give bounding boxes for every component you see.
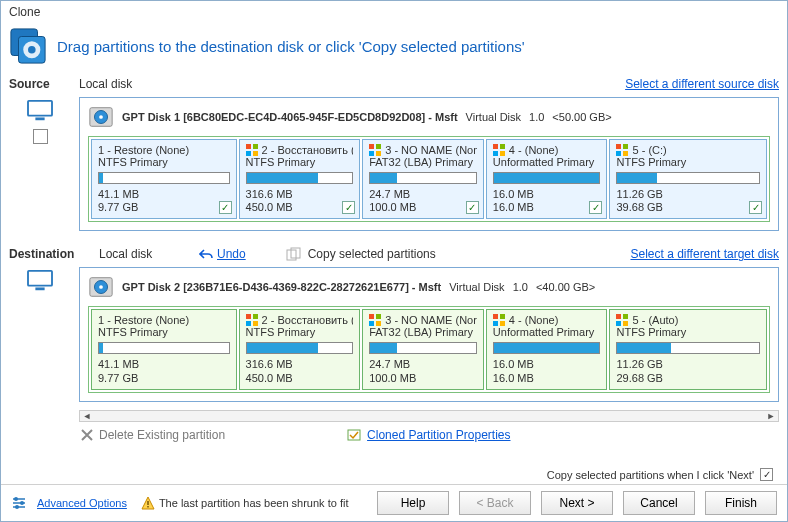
partition[interactable]: 4 - (None)Unformatted Primary16.0 MB16.0… <box>486 139 608 219</box>
partition[interactable]: 3 - NO NAME (NonFAT32 (LBA) Primary24.7 … <box>362 139 484 219</box>
header-text: Drag partitions to the destination disk … <box>57 38 525 55</box>
delete-partition-button[interactable]: Delete Existing partition <box>81 428 225 442</box>
dest-scrollbar[interactable]: ◄ ► <box>79 410 779 422</box>
delete-partition-label: Delete Existing partition <box>99 428 225 442</box>
partition-fs: NTFS Primary <box>616 156 760 168</box>
partition-title: 2 - Восстановить (Non <box>246 144 354 156</box>
svg-rect-13 <box>369 144 374 149</box>
undo-label: Undo <box>217 247 246 261</box>
partition-checkbox[interactable]: ✓ <box>749 201 762 214</box>
svg-rect-53 <box>147 506 148 508</box>
partition-title: 1 - Restore (None) <box>98 144 230 156</box>
svg-rect-41 <box>500 314 505 319</box>
partition[interactable]: 2 - Восстановить (NorNTFS Primary316.6 M… <box>239 309 361 389</box>
x-icon <box>81 429 93 441</box>
select-source-link[interactable]: Select a different source disk <box>625 77 779 91</box>
svg-rect-52 <box>147 501 148 505</box>
source-select-all-checkbox[interactable] <box>33 129 48 144</box>
partition-sizes: 24.7 MB100.0 MB <box>369 188 477 214</box>
undo-button[interactable]: Undo <box>199 247 246 261</box>
partition-usage-bar <box>98 342 230 354</box>
partition-fs: NTFS Primary <box>98 156 230 168</box>
source-bar: Source Local disk Select a different sou… <box>1 75 787 93</box>
dest-disk-type: Virtual Disk <box>449 281 504 293</box>
footer: Advanced Options The last partition has … <box>1 484 787 521</box>
partition-sizes: 41.1 MB9.77 GB <box>98 358 230 384</box>
partition[interactable]: 5 - (C:)NTFS Primary11.26 GB39.68 GB✓ <box>609 139 767 219</box>
svg-point-8 <box>99 115 103 119</box>
cancel-button[interactable]: Cancel <box>623 491 695 515</box>
dest-label: Destination <box>9 247 99 261</box>
partition-usage-bar <box>493 172 601 184</box>
help-button[interactable]: Help <box>377 491 449 515</box>
svg-point-50 <box>20 501 24 505</box>
svg-point-51 <box>15 505 19 509</box>
partition-checkbox[interactable]: ✓ <box>342 201 355 214</box>
partition-fs: FAT32 (LBA) Primary <box>369 156 477 168</box>
cloned-properties-button[interactable]: Cloned Partition Properties <box>347 428 510 442</box>
svg-rect-17 <box>493 144 498 149</box>
partition-fs: NTFS Primary <box>616 326 760 338</box>
dest-disk-header: GPT Disk 2 [236B71E6-D436-4369-822C-2827… <box>88 274 770 300</box>
dest-area: GPT Disk 2 [236B71E6-D436-4369-822C-2827… <box>1 263 787 409</box>
partition-usage-bar <box>369 172 477 184</box>
partition-checkbox[interactable]: ✓ <box>219 201 232 214</box>
partition[interactable]: 1 - Restore (None)NTFS Primary41.1 MB9.7… <box>91 139 237 219</box>
svg-rect-33 <box>253 314 258 319</box>
source-label: Source <box>9 77 79 91</box>
svg-point-49 <box>14 497 18 501</box>
source-disk-header: GPT Disk 1 [6BC80EDC-EC4D-4065-945F-ED5C… <box>88 104 770 130</box>
windows-icon <box>246 144 258 156</box>
partition[interactable]: 4 - (None)Unformatted Primary16.0 MB16.0… <box>486 309 608 389</box>
svg-rect-5 <box>35 117 44 120</box>
partition[interactable]: 3 - NO NAME (NorFAT32 (LBA) Primary24.7 … <box>362 309 484 389</box>
svg-rect-28 <box>35 288 44 291</box>
warning-icon <box>141 496 155 510</box>
scroll-right-icon[interactable]: ► <box>764 411 778 421</box>
partition-sizes: 24.7 MB100.0 MB <box>369 358 477 384</box>
partition-fs: NTFS Primary <box>98 326 230 338</box>
copy-selected-label: Copy selected partitions <box>308 247 436 261</box>
svg-rect-14 <box>376 144 381 149</box>
windows-icon <box>493 314 505 326</box>
svg-rect-44 <box>616 314 621 319</box>
copy-when-next-checkbox[interactable]: ✓ <box>760 468 773 481</box>
svg-rect-4 <box>28 101 52 116</box>
partition[interactable]: 2 - Восстановить (NonNTFS Primary316.6 M… <box>239 139 361 219</box>
scroll-left-icon[interactable]: ◄ <box>80 411 94 421</box>
partition-fs: NTFS Primary <box>246 156 354 168</box>
svg-rect-10 <box>253 144 258 149</box>
partition-sizes: 316.6 MB450.0 MB <box>246 188 354 214</box>
svg-rect-21 <box>616 144 621 149</box>
copy-selected-button[interactable]: Copy selected partitions <box>286 247 436 261</box>
finish-button[interactable]: Finish <box>705 491 777 515</box>
back-button[interactable]: < Back <box>459 491 531 515</box>
copy-when-next: Copy selected partitions when I click 'N… <box>547 468 773 481</box>
partition-usage-bar <box>616 342 760 354</box>
partition-checkbox[interactable]: ✓ <box>589 201 602 214</box>
partition-sizes: 11.26 GB39.68 GB <box>616 188 760 214</box>
select-target-link[interactable]: Select a different target disk <box>630 247 779 261</box>
svg-rect-36 <box>369 314 374 319</box>
partition-usage-bar <box>493 342 601 354</box>
partition-sizes: 316.6 MB450.0 MB <box>246 358 354 384</box>
advanced-options-link[interactable]: Advanced Options <box>37 497 127 509</box>
sliders-icon <box>11 495 27 511</box>
source-partition-row: 1 - Restore (None)NTFS Primary41.1 MB9.7… <box>88 136 770 222</box>
source-disk-ver: 1.0 <box>529 111 544 123</box>
next-button[interactable]: Next > <box>541 491 613 515</box>
svg-rect-37 <box>376 314 381 319</box>
windows-icon <box>369 144 381 156</box>
partition-fs: NTFS Primary <box>246 326 354 338</box>
partition-usage-bar <box>246 172 354 184</box>
partition[interactable]: 1 - Restore (None)NTFS Primary41.1 MB9.7… <box>91 309 237 389</box>
partition-title: 3 - NO NAME (Non <box>369 144 477 156</box>
svg-rect-27 <box>28 271 52 286</box>
partition-usage-bar <box>98 172 230 184</box>
source-disk-type: Virtual Disk <box>466 111 521 123</box>
header: Drag partitions to the destination disk … <box>1 23 787 75</box>
partition[interactable]: 5 - (Auto)NTFS Primary11.26 GB29.68 GB <box>609 309 767 389</box>
partition-checkbox[interactable]: ✓ <box>466 201 479 214</box>
dest-row-controls: Delete Existing partition Cloned Partiti… <box>1 426 787 448</box>
status-text: The last partition has been shrunk to fi… <box>159 497 349 509</box>
